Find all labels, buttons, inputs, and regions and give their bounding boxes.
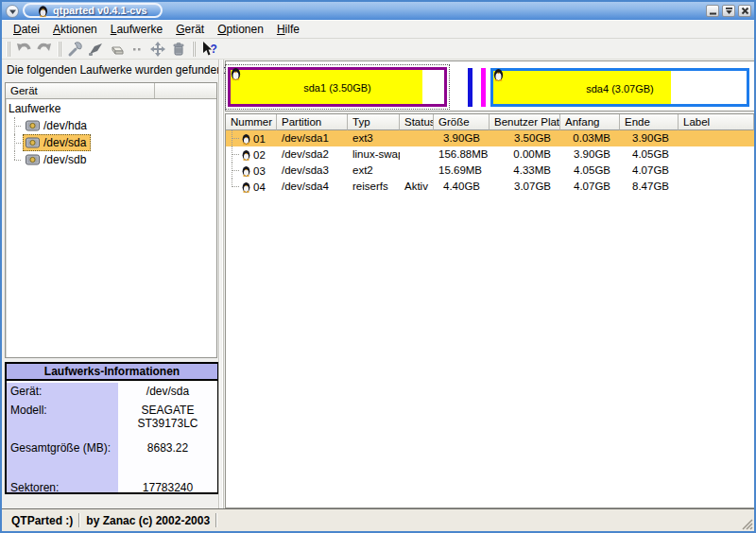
menu-item-aktionen[interactable]: Aktionen [47, 21, 103, 38]
disk-icon [26, 154, 40, 165]
qtparted-window: qtparted v0.4.1-cvs DateiAktionenLaufwer… [0, 0, 756, 533]
status-text: QTParted :) [6, 514, 78, 527]
column-header-partition[interactable]: Partition [277, 114, 348, 130]
close-button[interactable] [738, 5, 751, 17]
tree-item-dev-sdb[interactable]: /dev/sdb [6, 151, 216, 168]
cell-partition: /dev/sda3 [277, 163, 348, 179]
maximize-icon [725, 7, 733, 15]
tree-branch [6, 151, 23, 168]
menu-item-laufwerke[interactable]: Laufwerke [105, 21, 168, 38]
dots-icon [129, 41, 146, 58]
undo-icon [15, 41, 32, 58]
partition-table-header: NummerPartitionTypStatusGrößeBenutzer Pl… [226, 114, 754, 130]
penguin-icon [493, 68, 504, 81]
toolbar-grip[interactable] [192, 42, 196, 57]
partition-bar-sda2[interactable] [468, 68, 472, 107]
tree-branch [226, 179, 239, 195]
device-tree-header[interactable]: Gerät [6, 83, 216, 99]
app-icon [38, 5, 48, 17]
disk-icon [26, 137, 40, 148]
column-header-anfang[interactable]: Anfang [560, 114, 620, 130]
cell-nummer: 02 [226, 146, 277, 163]
cell-label [679, 146, 754, 163]
column-header-benutzer-platz[interactable]: Benutzer Platz [490, 114, 560, 130]
penguin-icon [242, 165, 250, 177]
tree-branch [6, 117, 23, 134]
more-button[interactable] [127, 40, 147, 59]
chevron-down-icon [9, 8, 17, 16]
minimize-button[interactable] [706, 5, 719, 17]
menu-item-gerät[interactable]: Gerät [170, 21, 210, 38]
menu-item-datei[interactable]: Datei [8, 21, 45, 38]
cell-label [679, 163, 754, 179]
device-tree-body: Laufwerke /dev/hda/dev/sda/dev/sdb [6, 99, 216, 168]
partition-row-dev-sda2[interactable]: 02/dev/sda2linux-swap156.88MB0.00MB3.90G… [226, 146, 754, 163]
cell-status: Aktiv [400, 179, 434, 195]
properties-button[interactable] [64, 40, 85, 59]
info-label: Gesamtgröße (MB): [7, 439, 118, 479]
redo-icon [36, 41, 53, 58]
partition-bar-sda4[interactable]: sda4 (3.07GB) [490, 68, 749, 107]
tree-branch [226, 146, 239, 163]
move-icon [149, 41, 166, 58]
partition-row-dev-sda4[interactable]: 04/dev/sda4reiserfsAktiv4.40GB3.07GB4.07… [226, 179, 754, 195]
penguin-icon [242, 133, 250, 145]
title-bar[interactable]: qtparted v0.4.1-cvs [2, 2, 754, 20]
partition-row-dev-sda1[interactable]: 01/dev/sda1ext33.90GB3.50GB0.03MB3.90GB [226, 130, 754, 146]
partition-row-dev-sda3[interactable]: 03/dev/sda3ext215.69MB4.33MB4.05GB4.07GB [226, 163, 754, 179]
tree-branch [6, 134, 23, 151]
info-label: Sektoren: [7, 479, 118, 492]
tree-item-dev-sda[interactable]: /dev/sda [6, 134, 216, 151]
cell-größe: 4.40GB [434, 179, 490, 195]
whats-this-button[interactable]: ? [198, 40, 219, 59]
cell-ende: 4.05GB [620, 146, 679, 163]
info-value: 17783240 [118, 479, 217, 492]
info-value: /dev/sda [118, 383, 217, 402]
menu-item-optionen[interactable]: Optionen [212, 21, 269, 38]
toolbar-grip[interactable] [58, 42, 61, 57]
penguin-icon [231, 67, 241, 80]
partition-number: 03 [253, 165, 266, 177]
partition-bar-sda3[interactable] [481, 68, 486, 107]
column-header-nummer[interactable]: Nummer [226, 114, 277, 130]
column-header-ende[interactable]: Ende [620, 114, 679, 130]
column-header-label[interactable]: Label [679, 114, 754, 130]
cell-partition: /dev/sda1 [277, 130, 348, 146]
eraser-icon [108, 41, 125, 58]
maximize-button[interactable] [722, 5, 735, 17]
status-text: by Zanac (c) 2002-2003 [80, 514, 215, 527]
cell-anfang: 0.03MB [560, 130, 620, 146]
redo-button[interactable] [34, 40, 55, 59]
partition-bar-sda1[interactable]: sda1 (3.50GB) [228, 67, 447, 107]
tree-root-laufwerke[interactable]: Laufwerke [6, 100, 216, 117]
cell-ende: 3.90GB [620, 130, 679, 146]
cell-nummer: 01 [226, 130, 277, 146]
column-header-typ[interactable]: Typ [348, 114, 400, 130]
toolbar-grip[interactable] [7, 42, 10, 57]
column-header-größe[interactable]: Größe [434, 114, 490, 130]
tree-branch [226, 163, 239, 179]
cell-status [400, 146, 434, 163]
erase-button[interactable] [106, 40, 127, 59]
drive-info-panel: Laufwerks-Informationen Gerät:/dev/sdaMo… [5, 362, 219, 494]
pane-splitter[interactable] [218, 60, 224, 508]
close-icon [741, 7, 749, 15]
undo-button[interactable] [13, 40, 34, 59]
column-header-status[interactable]: Status [400, 114, 434, 130]
info-label: Modell: [7, 402, 118, 439]
tree-item-dev-hda[interactable]: /dev/hda [6, 117, 216, 134]
whats-this-icon: ? [200, 41, 217, 58]
partition-bar-label: sda4 (3.07GB) [493, 83, 747, 95]
move-button[interactable] [147, 40, 168, 59]
cell-benutzer-platz: 0.00MB [490, 146, 560, 163]
info-value: SEAGATE ST39173LC [118, 402, 217, 439]
menu-item-hilfe[interactable]: Hilfe [271, 21, 305, 38]
cell-status [400, 163, 434, 179]
format-button[interactable] [85, 40, 106, 59]
drive-info-body: Gerät:/dev/sdaModell:SEAGATE ST39173LCGe… [7, 383, 217, 492]
resize-grip-icon[interactable] [740, 517, 753, 530]
window-menu-button[interactable] [6, 5, 19, 18]
delete-button[interactable] [168, 40, 189, 59]
cell-benutzer-platz: 3.07GB [490, 179, 560, 195]
minimize-icon [709, 7, 717, 15]
